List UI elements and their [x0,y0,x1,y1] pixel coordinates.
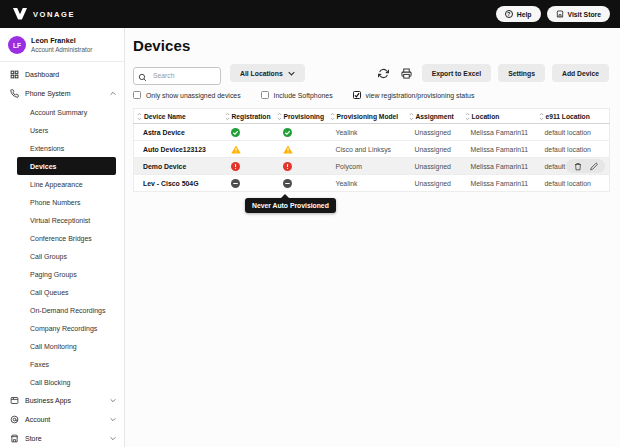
device-name-cell: Demo Device [134,158,222,175]
column-header-e911-location[interactable]: e911 Location [536,109,610,124]
column-header-provisioning[interactable]: Provisioning [274,109,327,124]
sidebar-item-dashboard[interactable]: Dashboard [0,65,124,84]
table-header-row: Device Name Registration Provisioning Pr… [134,109,610,124]
assignment-cell: Unassigned [406,158,462,175]
sidebar-item-label: Store [25,435,42,442]
sort-icon [225,112,230,121]
visit-store-label: Visit Store [568,11,602,18]
settings-button[interactable]: Settings [498,64,545,82]
sidebar-item-users[interactable]: Users [17,121,116,139]
checkbox-box [133,91,141,99]
sort-icon [330,112,335,121]
export-to-excel-button[interactable]: Export to Excel [422,64,491,82]
printer-icon [401,68,412,79]
user-name: Leon Frankel [31,36,92,46]
phone-icon [10,89,19,98]
sidebar-item-on-demand-recordings[interactable]: On-Demand Recordings [17,301,116,319]
devices-table: Device Name Registration Provisioning Pr… [133,108,609,192]
sidebar-item-call-monitoring[interactable]: Call Monitoring [17,337,116,355]
sidebar-item-label: Business Apps [25,397,71,404]
check-icon [354,92,360,98]
search-icon [138,68,147,86]
checkbox-label: view registration/provisioning status [366,92,475,99]
sidebar-item-account-summary[interactable]: Account Summary [17,103,116,121]
column-header-assignment[interactable]: Assignment [406,109,462,124]
add-device-label: Add Device [562,70,599,77]
sort-icon [409,112,414,121]
checkbox-include-softphones[interactable]: Include Softphones [261,91,333,99]
location-filter-dropdown[interactable]: All Locations [230,64,305,82]
toolbar: All Locations Export to Excel [133,64,609,82]
status-never-provisioned-icon [283,179,292,188]
sidebar-item-paging-groups[interactable]: Paging Groups [17,265,116,283]
column-header-registration[interactable]: Registration [222,109,274,124]
location-filter-label: All Locations [240,70,283,77]
sidebar-item-faxes[interactable]: Faxes [17,355,116,373]
provisioning-model-cell: Yealink [327,175,406,192]
sidebar: LF Leon Frankel Account Administrator Da… [0,28,125,447]
help-button[interactable]: ? Help [496,6,541,22]
e911-location-cell: default location [536,175,610,192]
store-icon [556,10,564,18]
device-name-cell: Auto Device123123 [134,141,222,158]
sidebar-item-call-queues[interactable]: Call Queues [17,283,116,301]
column-header-device-name[interactable]: Device Name [134,109,222,124]
table-row[interactable]: Auto Device123123 Cisco and Linksys Unas… [134,141,610,158]
user-menu[interactable]: LF Leon Frankel Account Administrator [0,35,124,62]
store-icon [10,434,19,443]
business-apps-icon [10,396,19,405]
sidebar-item-conference-bridges[interactable]: Conference Bridges [17,229,116,247]
chevron-down-icon [110,417,116,422]
sidebar-item-store[interactable]: Store [0,429,124,447]
location-cell: Melissa Famarin11 [462,141,536,158]
checkbox-view-registration-status[interactable]: view registration/provisioning status [353,91,475,99]
sidebar-item-phone-numbers[interactable]: Phone Numbers [17,193,116,211]
provisioning-model-cell: Cisco and Linksys [327,141,406,158]
sidebar-item-account[interactable]: Account [0,410,124,429]
add-device-button[interactable]: Add Device [552,64,609,82]
user-role: Account Administrator [31,46,92,54]
sort-icon [277,112,282,121]
sidebar-item-line-appearance[interactable]: Line Appearance [17,175,116,193]
assignment-cell: Unassigned [406,124,462,141]
chevron-up-icon [110,91,116,96]
sidebar-item-extensions[interactable]: Extensions [17,139,116,157]
refresh-button[interactable] [376,65,392,81]
help-icon: ? [505,10,513,18]
sidebar-item-devices[interactable]: Devices [17,157,116,175]
sort-icon [137,112,142,121]
topbar: VONAGE ? Help Visit Store [0,0,620,28]
page-title: Devices [133,37,609,54]
checkbox-label: Only show unassigned devices [146,92,241,99]
table-row[interactable]: Demo Device Polycom Unassigned Melissa F… [134,158,610,175]
sidebar-item-phone-system[interactable]: Phone System [0,84,124,103]
column-header-location[interactable]: Location [462,109,536,124]
edit-device-button[interactable] [589,162,598,171]
checkbox-box [261,91,269,99]
checkbox-box-checked [353,91,361,99]
sidebar-item-label: Account [25,416,50,423]
table-row[interactable]: Astra Device Yealink Unassigned Melissa … [134,124,610,141]
checkbox-only-unassigned[interactable]: Only show unassigned devices [133,91,241,99]
search-field [133,64,221,82]
status-warning-icon [283,145,293,154]
table-row[interactable]: Lev - Cisco 504G Yealink Unassigned Meli… [134,175,610,192]
export-label: Export to Excel [432,70,481,77]
e911-location-cell: default location [536,124,610,141]
visit-store-button[interactable]: Visit Store [547,6,611,22]
vonage-logo: VONAGE [13,8,75,20]
column-header-provisioning-model[interactable]: Provisioning Model [327,109,406,124]
delete-device-button[interactable] [573,162,582,171]
filter-checkboxes: Only show unassigned devices Include Sof… [133,90,609,100]
sidebar-item-call-blocking[interactable]: Call Blocking [17,373,116,391]
print-button[interactable] [399,65,415,81]
provisioning-model-cell: Yealink [327,124,406,141]
avatar: LF [8,36,26,54]
sidebar-item-virtual-receptionist[interactable]: Virtual Receptionist [17,211,116,229]
sidebar-item-company-recordings[interactable]: Company Recordings [17,319,116,337]
sidebar-item-business-apps[interactable]: Business Apps [0,391,124,410]
status-success-icon [231,128,240,137]
status-tooltip: Never Auto Provisioned [245,198,336,213]
location-cell: Melissa Famarin11 [462,124,536,141]
sidebar-item-call-groups[interactable]: Call Groups [17,247,116,265]
